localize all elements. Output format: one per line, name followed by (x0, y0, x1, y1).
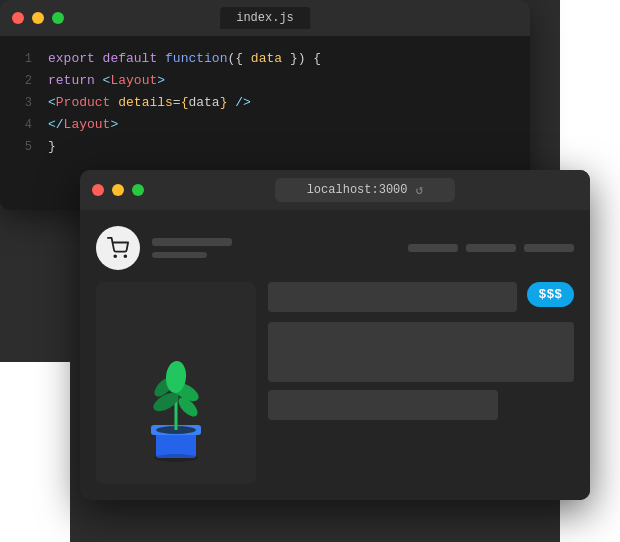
plant-svg (131, 342, 221, 472)
product-desc-bar-1 (268, 322, 574, 382)
product-name-bar (268, 282, 517, 312)
product-details: $$$ (268, 282, 574, 484)
nav-brand-name-bar (152, 238, 232, 246)
nav-bar (96, 226, 574, 270)
plant-illustration (131, 342, 221, 472)
nav-brand-sub-bar (152, 252, 207, 258)
product-header: $$$ (268, 282, 574, 312)
code-content-4: </Layout> (48, 114, 118, 136)
line-number-5: 5 (12, 137, 32, 157)
nav-link-bar-1 (408, 244, 458, 252)
code-line-5: 5 } (0, 136, 530, 158)
code-content-2: return <Layout> (48, 70, 165, 92)
refresh-icon[interactable]: ↺ (416, 182, 424, 198)
price-badge: $$$ (527, 282, 574, 307)
code-line-1: 1 export default function({ data }) { (0, 48, 530, 70)
browser-window: localhost:3000 ↺ (80, 170, 590, 500)
nav-link-bar-2 (466, 244, 516, 252)
line-number-3: 3 (12, 93, 32, 113)
browser-minimize-button[interactable] (112, 184, 124, 196)
code-line-4: 4 </Layout> (0, 114, 530, 136)
nav-links (408, 244, 574, 252)
close-button[interactable] (12, 12, 24, 24)
code-content-1: export default function({ data }) { (48, 48, 321, 70)
svg-point-11 (154, 454, 198, 462)
cart-icon-circle (96, 226, 140, 270)
address-text: localhost:3000 (307, 183, 408, 197)
nav-link-bar-3 (524, 244, 574, 252)
code-line-2: 2 return <Layout> (0, 70, 530, 92)
product-image-card (96, 282, 256, 484)
product-desc-bar-2 (268, 390, 498, 420)
maximize-button[interactable] (52, 12, 64, 24)
address-bar[interactable]: localhost:3000 ↺ (275, 178, 455, 202)
editor-titlebar: index.js (0, 0, 530, 36)
svg-point-0 (114, 255, 116, 257)
editor-tab[interactable]: index.js (220, 7, 310, 29)
code-content-5: } (48, 136, 56, 158)
code-content-3: <Product details={data} /> (48, 92, 251, 114)
code-line-3: 3 <Product details={data} /> (0, 92, 530, 114)
cart-icon (107, 237, 129, 259)
browser-content: $$$ (80, 210, 590, 500)
svg-point-1 (124, 255, 126, 257)
line-number-4: 4 (12, 115, 32, 135)
minimize-button[interactable] (32, 12, 44, 24)
browser-titlebar: localhost:3000 ↺ (80, 170, 590, 210)
browser-maximize-button[interactable] (132, 184, 144, 196)
product-description-bars (268, 322, 574, 420)
browser-close-button[interactable] (92, 184, 104, 196)
nav-brand-lines (152, 238, 232, 258)
line-number-2: 2 (12, 71, 32, 91)
line-number-1: 1 (12, 49, 32, 69)
product-area: $$$ (96, 282, 574, 484)
bottom-white-panel (0, 362, 70, 542)
